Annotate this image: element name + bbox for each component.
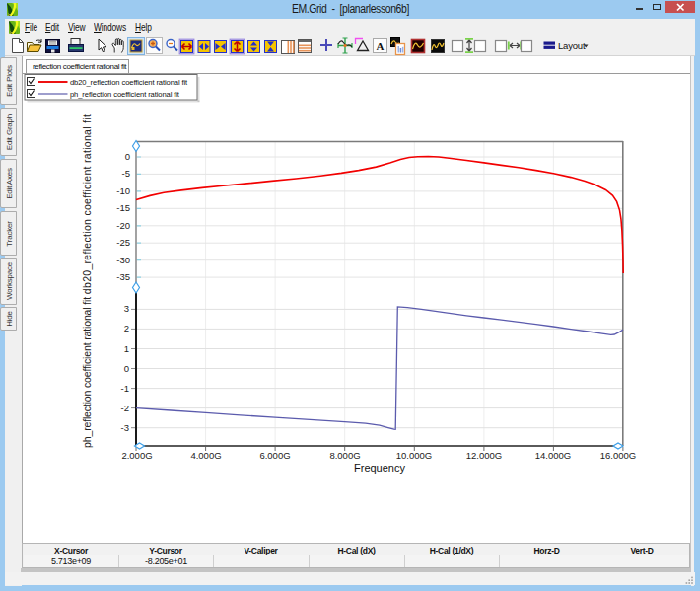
- svg-text:Layout: Layout: [558, 40, 586, 51]
- svg-text:A: A: [377, 40, 385, 52]
